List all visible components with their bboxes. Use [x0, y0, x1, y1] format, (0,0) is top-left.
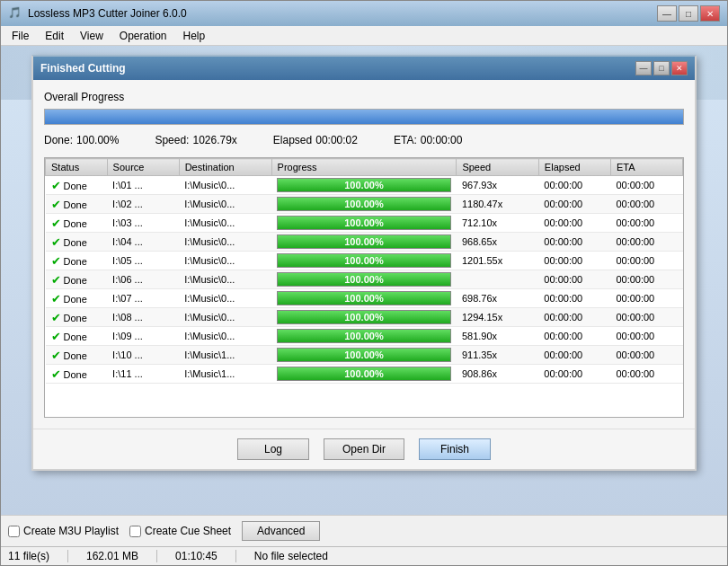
open-dir-button[interactable]: Open Dir: [324, 438, 404, 460]
row-progress-text: 100.00%: [278, 367, 450, 380]
cell-dest: I:\Music\0...: [179, 252, 271, 270]
cell-progress: 100.00%: [271, 270, 457, 289]
row-progress-text: 100.00%: [278, 273, 450, 286]
menu-file[interactable]: File: [4, 28, 36, 44]
cell-eta: 00:00:00: [610, 308, 682, 327]
modal-overlay: Finished Cutting — □ ✕ Overall Progress: [1, 46, 727, 443]
cell-progress: 100.00%: [271, 365, 457, 384]
cell-source: I:\10 ...: [107, 346, 179, 365]
table-row: ✔ Done I:\07 ... I:\Music\0... 100.00% 6…: [46, 289, 683, 308]
cell-eta: 00:00:00: [610, 195, 682, 214]
check-icon: ✔: [51, 367, 61, 381]
bottom-area: Create M3U Playlist Create Cue Sheet Adv…: [1, 515, 727, 546]
cell-source: I:\04 ...: [107, 233, 179, 252]
cell-status: ✔ Done: [46, 176, 108, 195]
row-progress-text: 100.00%: [278, 311, 450, 323]
cell-status: ✔ Done: [46, 252, 108, 270]
table-body: ✔ Done I:\01 ... I:\Music\0... 100.00% 9…: [46, 176, 683, 384]
cell-dest: I:\Music\0...: [179, 176, 271, 195]
menu-bar: File Edit View Operation Help: [1, 26, 727, 46]
overall-progress-fill: [45, 110, 683, 124]
th-destination: Destination: [179, 159, 271, 176]
modal-title-controls: — □ ✕: [635, 61, 688, 75]
cell-status: ✔ Done: [46, 270, 108, 289]
cell-dest: I:\Music\0...: [179, 327, 271, 346]
advanced-button[interactable]: Advanced: [242, 521, 320, 541]
elapsed-value: 00:00:02: [315, 134, 358, 146]
stat-speed: Speed: 1026.79x: [155, 134, 236, 146]
row-progress-bar: 100.00%: [277, 234, 451, 249]
table-row: ✔ Done I:\09 ... I:\Music\0... 100.00% 5…: [46, 327, 683, 346]
cell-elapsed: 00:00:00: [538, 289, 610, 308]
maximize-button[interactable]: □: [679, 5, 698, 22]
cell-progress: 100.00%: [271, 308, 457, 327]
create-m3u-checkbox[interactable]: [8, 526, 20, 537]
create-cue-checkbox-label[interactable]: Create Cue Sheet: [129, 525, 231, 537]
modal-maximize-button[interactable]: □: [653, 61, 670, 75]
table-row: ✔ Done I:\03 ... I:\Music\0... 100.00% 7…: [46, 214, 683, 233]
menu-edit[interactable]: Edit: [38, 28, 71, 44]
create-m3u-checkbox-label[interactable]: Create M3U Playlist: [8, 525, 119, 537]
cell-progress: 100.00%: [271, 233, 457, 252]
cell-eta: 00:00:00: [610, 346, 682, 365]
cell-status: ✔ Done: [46, 233, 108, 252]
cell-eta: 00:00:00: [610, 365, 682, 384]
cell-status: ✔ Done: [46, 327, 108, 346]
modal-minimize-button[interactable]: —: [635, 61, 652, 75]
cell-eta: 00:00:00: [610, 327, 682, 346]
elapsed-label: Elapsed: [273, 134, 312, 146]
eta-label: ETA:: [394, 134, 417, 146]
modal-close-button[interactable]: ✕: [671, 61, 688, 75]
status-divider-1: [67, 550, 68, 562]
title-bar-controls: — □ ✕: [657, 5, 720, 22]
title-bar: 🎵 Lossless MP3 Cutter Joiner 6.0.0 — □ ✕: [1, 1, 727, 26]
cell-source: I:\11 ...: [107, 365, 179, 384]
table-row: ✔ Done I:\04 ... I:\Music\0... 100.00% 9…: [46, 233, 683, 252]
row-progress-text: 100.00%: [278, 217, 450, 229]
stat-done: Done: 100.00%: [44, 134, 119, 146]
cell-status: ✔ Done: [46, 289, 108, 308]
cell-dest: I:\Music\1...: [179, 365, 271, 384]
menu-operation[interactable]: Operation: [112, 28, 174, 44]
minimize-button[interactable]: —: [657, 5, 677, 22]
cell-source: I:\05 ...: [107, 252, 179, 270]
cell-eta: 00:00:00: [610, 289, 682, 308]
menu-view[interactable]: View: [73, 28, 111, 44]
cell-dest: I:\Music\0...: [179, 214, 271, 233]
cell-dest: I:\Music\0...: [179, 233, 271, 252]
cell-speed: 712.10x: [457, 214, 538, 233]
cell-speed: 1201.55x: [457, 252, 538, 270]
row-progress-text: 100.00%: [278, 349, 450, 361]
cell-elapsed: 00:00:00: [538, 233, 610, 252]
cell-speed: 967.93x: [457, 176, 538, 195]
cell-source: I:\02 ...: [107, 195, 179, 214]
cell-elapsed: 00:00:00: [538, 346, 610, 365]
bottom-row: Create M3U Playlist Create Cue Sheet Adv…: [8, 521, 720, 541]
check-icon: ✔: [51, 311, 61, 324]
progress-table-container[interactable]: Status Source Destination Progress Speed…: [44, 157, 684, 418]
main-content: Finished Cutting — □ ✕ Overall Progress: [1, 46, 727, 515]
cell-eta: 00:00:00: [610, 176, 682, 195]
row-progress-bar: 100.00%: [277, 272, 451, 287]
cell-source: I:\09 ...: [107, 327, 179, 346]
row-progress-bar: 100.00%: [277, 310, 451, 324]
done-value: 100.00%: [76, 134, 119, 146]
table-row: ✔ Done I:\02 ... I:\Music\0... 100.00% 1…: [46, 195, 683, 214]
close-button[interactable]: ✕: [700, 5, 720, 22]
row-progress-bar: 100.00%: [277, 291, 451, 305]
cell-speed: [457, 270, 538, 289]
status-divider-3: [235, 550, 236, 562]
table-row: ✔ Done I:\08 ... I:\Music\0... 100.00% 1…: [46, 308, 683, 327]
cell-elapsed: 00:00:00: [538, 214, 610, 233]
create-cue-checkbox[interactable]: [129, 526, 141, 537]
th-speed: Speed: [457, 159, 538, 176]
finish-button[interactable]: Finish: [419, 438, 491, 460]
status-selection: No file selected: [254, 550, 328, 562]
th-source: Source: [107, 159, 179, 176]
cell-dest: I:\Music\0...: [179, 270, 271, 289]
modal-title-bar: Finished Cutting — □ ✕: [33, 57, 695, 80]
cell-dest: I:\Music\0...: [179, 308, 271, 327]
menu-help[interactable]: Help: [176, 28, 213, 44]
log-button[interactable]: Log: [237, 438, 309, 460]
check-icon: ✔: [51, 254, 61, 268]
